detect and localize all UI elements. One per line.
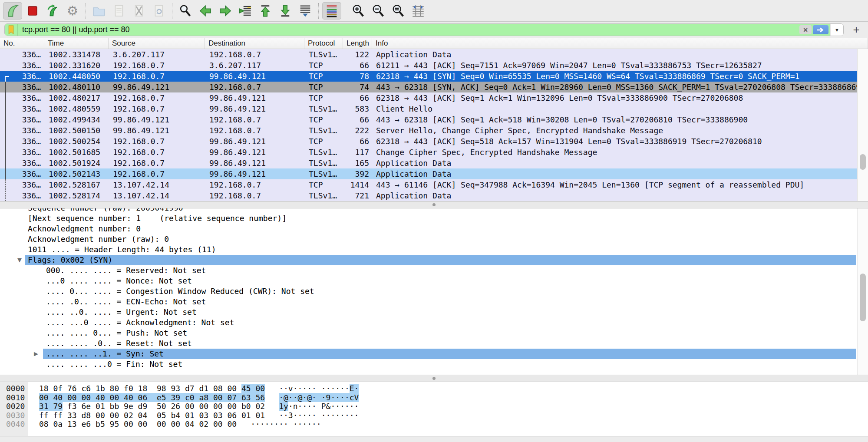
filter-expression[interactable]: tcp.port == 80 || udp.port == 80 — [18, 25, 798, 34]
packet-row[interactable]: 336…1002.52817413.107.42.14192.168.0.7TL… — [0, 190, 868, 201]
zoom-out-button[interactable] — [369, 2, 388, 20]
hex-row[interactable]: 002031 79 f3 6e 01 bb 9e d9 50 26 00 00 … — [0, 402, 868, 411]
packet-cell-pro: TLSv1… — [304, 125, 343, 136]
scrollbar-thumb[interactable] — [860, 154, 866, 170]
detail-row[interactable]: ▼Flags: 0x002 (SYN) — [0, 255, 868, 265]
hex-bytes: ff ff 33 d8 00 00 02 04 05 b4 01 03 03 0… — [39, 411, 265, 420]
packet-row[interactable]: 336…1002.500254192.168.0.799.86.49.121TC… — [0, 136, 868, 147]
packet-cell-no: 336… — [0, 158, 44, 168]
packet-row[interactable]: 336…1002.480217192.168.0.799.86.49.121TC… — [0, 92, 868, 103]
detail-row[interactable]: 1011 .... = Header Length: 44 bytes (11) — [0, 244, 868, 255]
display-filter-field[interactable]: tcp.port == 80 || udp.port == 80 ✕ ▼ — [4, 23, 844, 36]
toolbar-separator — [172, 3, 172, 19]
capture-options-button[interactable]: ⚙ — [63, 2, 82, 20]
zoom-in-icon — [351, 3, 366, 18]
detail-row[interactable]: ▶.... .... ..1. = Syn: Set — [0, 349, 868, 359]
detail-row[interactable]: .... ..0. .... = Urgent: Not set — [0, 307, 868, 317]
packet-cell-dst: 99.86.49.121 — [205, 71, 304, 82]
packet-cell-src: 192.168.0.7 — [109, 92, 205, 103]
colorize-packets-button[interactable] — [322, 2, 341, 20]
scrollbar-thumb[interactable] — [860, 274, 866, 321]
packet-cell-info: Application Data — [372, 190, 868, 201]
go-to-bottom-button[interactable] — [276, 2, 295, 20]
column-header-protocol[interactable]: Protocol — [304, 38, 343, 49]
column-header-destination[interactable]: Destination — [205, 38, 304, 49]
packet-cell-time: 1002.480559 — [44, 103, 109, 114]
packet-cell-info: 443 → 62318 [SYN, ACK] Seq=0 Ack=1 Win=2… — [372, 82, 868, 92]
clear-filter-button[interactable]: ✕ — [799, 25, 812, 34]
find-packet-button[interactable] — [176, 2, 195, 20]
packet-cell-time: 1002.528167 — [44, 179, 109, 190]
resize-columns-button[interactable] — [409, 2, 428, 20]
hex-row[interactable]: 001000 40 00 00 40 00 40 06 e5 39 c0 a8 … — [0, 393, 868, 402]
packet-row[interactable]: 336…1002.448050192.168.0.799.86.49.121TC… — [0, 71, 868, 82]
packet-row[interactable]: 336…1002.48011099.86.49.121192.168.0.7TC… — [0, 82, 868, 92]
colorize-icon — [324, 3, 339, 18]
packet-row[interactable]: 336…1002.480559192.168.0.799.86.49.121TL… — [0, 103, 868, 114]
packet-row[interactable]: 336…1002.3314783.6.207.117192.168.0.7TLS… — [0, 49, 868, 60]
collapsed-triangle-icon[interactable]: ▶ — [34, 349, 38, 359]
packet-row[interactable]: 336…1002.501924192.168.0.799.86.49.121TL… — [0, 158, 868, 168]
go-forward-button[interactable] — [216, 2, 235, 20]
column-header-info[interactable]: Info — [372, 38, 868, 49]
column-header-time[interactable]: Time — [44, 38, 109, 49]
packet-cell-no: 336… — [0, 147, 44, 158]
pane-splitter[interactable] — [0, 201, 868, 208]
packet-cell-time: 1002.448050 — [44, 71, 109, 82]
packet-row[interactable]: 336…1002.331620192.168.0.73.6.207.117TCP… — [0, 60, 868, 71]
detail-row[interactable]: Sequence number (raw): 2605041990 — [0, 208, 868, 213]
packet-cell-src: 3.6.207.117 — [109, 49, 205, 60]
packet-row[interactable]: 336…1002.501685192.168.0.799.86.49.121TL… — [0, 147, 868, 158]
packet-row[interactable]: 336…1002.49943499.86.49.121192.168.0.7TC… — [0, 114, 868, 125]
packet-cell-src: 13.107.42.14 — [109, 179, 205, 190]
detail-row[interactable]: 000. .... .... = Reserved: Not set — [0, 265, 868, 276]
add-filter-button[interactable]: + — [849, 23, 864, 36]
packet-cell-info: 62318 → 443 [ACK] Seq=1 Ack=1 Win=132096… — [372, 92, 868, 103]
detail-row[interactable]: Acknowledgment number: 0 — [0, 224, 868, 234]
details-scrollbar[interactable] — [857, 208, 868, 375]
detail-row[interactable]: .... .... ...0 = Fin: Not set — [0, 359, 868, 369]
folder-icon — [92, 3, 106, 18]
close-file-button[interactable] — [129, 2, 149, 20]
apply-filter-button[interactable] — [813, 25, 828, 34]
packet-row[interactable]: 336…1002.50015099.86.49.121192.168.0.7TL… — [0, 125, 868, 136]
column-header-source[interactable]: Source — [109, 38, 205, 49]
column-header-no[interactable]: No. — [0, 38, 44, 49]
detail-text: .... .... ..1. = Syn: Set — [43, 349, 856, 359]
go-to-top-button[interactable] — [256, 2, 275, 20]
detail-row[interactable]: .... .... .0.. = Reset: Not set — [0, 338, 868, 349]
restart-capture-button[interactable] — [43, 2, 62, 20]
stop-capture-button[interactable] — [23, 2, 42, 20]
detail-row[interactable]: ...0 .... .... = Nonce: Not set — [0, 276, 868, 286]
save-file-button[interactable] — [109, 2, 129, 20]
go-back-button[interactable] — [196, 2, 215, 20]
packet-cell-pro: TCP — [304, 60, 343, 71]
bookmark-icon[interactable] — [5, 24, 18, 36]
open-file-button[interactable] — [89, 2, 109, 20]
zoom-in-button[interactable] — [349, 2, 368, 20]
packet-list-scrollbar[interactable] — [857, 49, 868, 201]
detail-row[interactable]: Acknowledgment number (raw): 0 — [0, 234, 868, 244]
go-to-packet-button[interactable] — [236, 2, 255, 20]
detail-row[interactable]: [Next sequence number: 1 (relative seque… — [0, 213, 868, 224]
auto-scroll-button[interactable] — [296, 2, 315, 20]
column-header-length[interactable]: Length — [343, 38, 372, 49]
detail-row[interactable]: .... ...0 .... = Acknowledgment: Not set — [0, 317, 868, 328]
packet-row[interactable]: 336…1002.502143192.168.0.799.86.49.121TL… — [0, 168, 868, 179]
hex-row[interactable]: 004008 0a 13 e6 b5 95 00 00 00 00 04 02 … — [0, 420, 868, 429]
detail-row[interactable]: .... .... 0... = Push: Not set — [0, 328, 868, 338]
detail-row[interactable]: .... .0.. .... = ECN-Echo: Not set — [0, 297, 868, 307]
zoom-reset-button[interactable] — [389, 2, 408, 20]
reload-file-button[interactable] — [149, 2, 168, 20]
expanded-triangle-icon[interactable]: ▼ — [17, 255, 22, 265]
hex-row[interactable]: 0030ff ff 33 d8 00 00 02 04 05 b4 01 03 … — [0, 411, 868, 420]
pane-splitter[interactable] — [0, 375, 868, 382]
filter-history-dropdown[interactable]: ▼ — [830, 24, 843, 36]
detail-text: 000. .... .... = Reserved: Not set — [46, 265, 206, 276]
detail-row[interactable]: .... 0... .... = Congestion Window Reduc… — [0, 286, 868, 297]
packet-cell-time: 1002.528174 — [44, 190, 109, 201]
packet-row[interactable]: 336…1002.52816713.107.42.14192.168.0.7TC… — [0, 179, 868, 190]
start-capture-button[interactable] — [3, 2, 22, 20]
hex-row[interactable]: 000018 0f 76 c6 1b 80 f0 18 98 93 d7 d1 … — [0, 384, 868, 393]
packet-cell-src: 13.107.42.14 — [109, 190, 205, 201]
